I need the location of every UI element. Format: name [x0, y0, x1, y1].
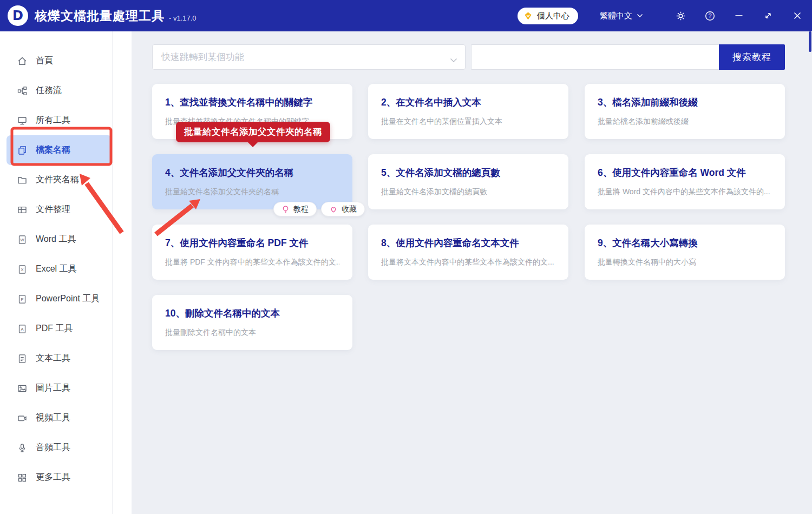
sidebar-item-home[interactable]: 首頁	[6, 46, 112, 76]
sidebar: 首頁 任務流 所有工具 檔案名稱 文件夾名稱 文件整理 W Wor	[0, 31, 132, 514]
tool-card-5[interactable]: 5、文件名添加文檔的總頁數 批量給文件名添加文檔的總頁數	[368, 154, 568, 209]
sidebar-item-image-tools[interactable]: 圖片工具	[6, 373, 112, 403]
more-grid-icon	[17, 472, 28, 483]
settings-gear-icon[interactable]	[666, 10, 695, 22]
scrollbar[interactable]	[809, 31, 811, 52]
search-tutorial-button[interactable]: 搜索教程	[719, 44, 785, 70]
language-selector[interactable]: 繁體中文	[600, 11, 643, 21]
sidebar-item-excel-tools[interactable]: X Excel 工具	[6, 254, 112, 284]
video-icon	[17, 413, 28, 424]
pdf-doc-icon: A	[17, 324, 28, 334]
favorite-label: 收藏	[342, 205, 357, 214]
close-icon[interactable]	[783, 10, 812, 21]
tooltip-bubble: 批量給文件名添加父文件夾的名稱	[176, 122, 330, 142]
tool-card-desc: 批量將 Word 文件內容中的某些文本作為該文件的...	[598, 187, 772, 197]
help-icon[interactable]: ?	[695, 10, 724, 22]
sidebar-item-label: 首頁	[36, 55, 53, 67]
tool-card-title[interactable]: 9、文件名稱大小寫轉換	[598, 236, 772, 249]
sidebar-item-label: 視頻工具	[36, 412, 70, 424]
tool-card-title[interactable]: 1、查找並替換文件名稱中的關鍵字	[165, 96, 339, 109]
svg-text:A: A	[21, 327, 23, 332]
sidebar-item-label: 任務流	[36, 85, 62, 96]
sidebar-item-label: PDF 工具	[36, 323, 73, 334]
tool-card-2[interactable]: 2、在文件名中插入文本 批量在文件名中的某個位置插入文本	[368, 84, 568, 139]
tool-card-title[interactable]: 5、文件名添加文檔的總頁數	[381, 166, 555, 179]
tool-card-title[interactable]: 10、刪除文件名稱中的文本	[165, 307, 339, 320]
title-bar: D 核爍文檔批量處理工具 - v1.17.0 個人中心 繁體中文	[0, 0, 812, 31]
tool-card-desc: 批量在文件名中的某個位置插入文本	[381, 117, 555, 127]
sidebar-divider	[112, 31, 113, 514]
sidebar-item-folder-names[interactable]: 文件夾名稱	[6, 165, 112, 195]
sidebar-item-label: 文件夾名稱	[36, 174, 79, 186]
tool-card-title[interactable]: 7、使用文件內容重命名 PDF 文件	[165, 236, 339, 249]
svg-text:?: ?	[708, 12, 711, 19]
tool-card-desc: 批量將 PDF 文件內容中的某些文本作為該文件的文...	[165, 258, 339, 267]
sidebar-item-all-tools[interactable]: 所有工具	[6, 106, 112, 135]
sidebar-item-label: 文本工具	[36, 353, 70, 364]
tool-card-9[interactable]: 9、文件名稱大小寫轉換 批量轉換文件名稱中的大小寫	[585, 225, 785, 280]
sidebar-item-text-tools[interactable]: 文本工具	[6, 344, 112, 373]
sidebar-item-taskflow[interactable]: 任務流	[6, 76, 112, 106]
sidebar-item-label: 音頻工具	[36, 442, 70, 453]
app-logo-letter: D	[12, 9, 23, 22]
tool-card-desc: 批量將文本文件內容中的某些文本作為該文件的文...	[381, 258, 555, 267]
app-logo: D	[8, 5, 28, 26]
sidebar-item-file-names[interactable]: 檔案名稱	[6, 135, 112, 165]
audio-mic-icon	[17, 443, 28, 453]
sidebar-item-more-tools[interactable]: 更多工具	[6, 463, 112, 492]
sidebar-item-video-tools[interactable]: 視頻工具	[6, 403, 112, 433]
personal-center-button[interactable]: 個人中心	[518, 8, 578, 24]
sidebar-item-label: Excel 工具	[36, 263, 77, 275]
monitor-icon	[17, 115, 28, 126]
tool-card-desc: 批量給檔名添加前綴或後綴	[598, 117, 772, 127]
tool-card-title[interactable]: 6、使用文件內容重命名 Word 文件	[598, 166, 772, 179]
tool-card-10[interactable]: 10、刪除文件名稱中的文本 批量刪除文件名稱中的文本	[152, 295, 352, 350]
search-input[interactable]	[471, 44, 719, 70]
svg-text:P: P	[21, 297, 23, 302]
sidebar-item-label: 圖片工具	[36, 383, 70, 394]
main-content: 搜索教程 1、查找並替換文件名稱中的關鍵字 批量查找並替換文件的文件名稱中的關鍵…	[132, 31, 812, 514]
sidebar-item-word-tools[interactable]: W Word 工具	[6, 225, 112, 254]
personal-center-label: 個人中心	[537, 11, 569, 21]
favorite-button[interactable]: 收藏	[321, 202, 365, 216]
tutorial-button[interactable]: 教程	[273, 202, 317, 216]
word-doc-icon: W	[17, 234, 28, 245]
home-icon	[17, 56, 28, 67]
text-doc-icon	[17, 353, 28, 364]
heart-icon	[329, 205, 338, 213]
tooltip-text: 批量給文件名添加父文件夾的名稱	[184, 126, 322, 138]
tool-card-7[interactable]: 7、使用文件內容重命名 PDF 文件 批量將 PDF 文件內容中的某些文本作為該…	[152, 225, 352, 280]
tool-card-4-highlighted[interactable]: 4、文件名添加父文件夾的名稱 批量給文件名添加父文件夾的名稱	[152, 154, 352, 209]
maximize-icon[interactable]	[754, 10, 783, 21]
image-icon	[17, 383, 28, 394]
app-version: - v1.17.0	[169, 14, 197, 22]
tool-card-8[interactable]: 8、使用文件內容重命名文本文件 批量將文本文件內容中的某些文本作為該文件的文..…	[368, 225, 568, 280]
lightbulb-icon	[281, 205, 290, 214]
folder-icon	[17, 175, 28, 186]
svg-text:W: W	[20, 238, 24, 242]
organize-icon	[17, 205, 28, 215]
vip-diamond-icon	[523, 11, 533, 21]
sidebar-item-label: 更多工具	[36, 472, 70, 483]
tool-card-title[interactable]: 4、文件名添加父文件夾的名稱	[165, 166, 339, 179]
tool-card-title[interactable]: 8、使用文件內容重命名文本文件	[381, 236, 555, 249]
sidebar-item-audio-tools[interactable]: 音頻工具	[6, 433, 112, 463]
sidebar-item-powerpoint-tools[interactable]: P PowerPoint 工具	[6, 284, 112, 314]
minimize-icon[interactable]	[724, 10, 754, 21]
quick-jump-select[interactable]	[152, 44, 466, 70]
tool-card-title[interactable]: 2、在文件名中插入文本	[381, 96, 555, 109]
excel-doc-icon: X	[17, 264, 28, 275]
chevron-down-icon	[637, 14, 643, 18]
tool-card-3[interactable]: 3、檔名添加前綴和後綴 批量給檔名添加前綴或後綴	[585, 84, 785, 139]
tool-card-6[interactable]: 6、使用文件內容重命名 Word 文件 批量將 Word 文件內容中的某些文本作…	[585, 154, 785, 209]
tutorial-label: 教程	[293, 205, 309, 214]
tool-card-desc: 批量刪除文件名稱中的文本	[165, 328, 339, 338]
sidebar-item-label: 文件整理	[36, 204, 70, 215]
tool-card-title[interactable]: 3、檔名添加前綴和後綴	[598, 96, 772, 109]
app-title: 核爍文檔批量處理工具	[35, 8, 165, 24]
tool-card-desc: 批量給文件名添加文檔的總頁數	[381, 187, 555, 197]
tool-card-desc: 批量轉換文件名稱中的大小寫	[598, 258, 772, 267]
sidebar-item-file-organize[interactable]: 文件整理	[6, 195, 112, 225]
sidebar-item-pdf-tools[interactable]: A PDF 工具	[6, 314, 112, 344]
sidebar-item-label: Word 工具	[36, 234, 76, 245]
